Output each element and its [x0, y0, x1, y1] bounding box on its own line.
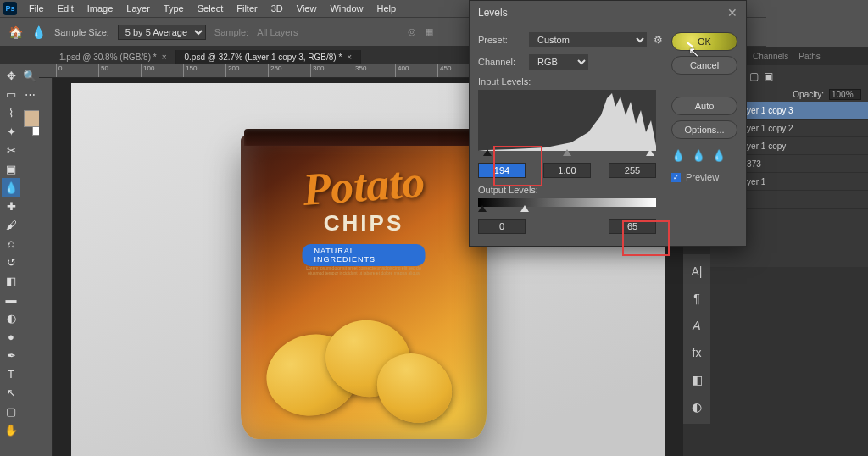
preset-label: Preset: — [478, 35, 522, 45]
menu-window[interactable]: Window — [323, 2, 370, 15]
output-gradient — [478, 198, 656, 207]
menu-image[interactable]: Image — [81, 2, 120, 15]
output-white-slider[interactable] — [520, 205, 529, 212]
preview-checkbox[interactable]: ✓ Preview — [671, 172, 737, 182]
hand-tool[interactable]: ✋ — [2, 420, 20, 439]
opacity-input[interactable] — [829, 89, 861, 100]
history-brush-tool[interactable]: ↺ — [2, 253, 20, 271]
tab-channels[interactable]: Channels — [753, 52, 788, 61]
stamp-tool[interactable]: ⎌ — [2, 234, 20, 253]
character-panel-icon[interactable]: A| — [692, 264, 703, 278]
preview-label: Preview — [686, 172, 719, 182]
menu-3d[interactable]: 3D — [264, 2, 290, 15]
more-tool[interactable]: ⋯ — [20, 85, 39, 103]
wand-tool[interactable]: ✦ — [2, 122, 20, 141]
output-black-slider[interactable] — [478, 205, 487, 212]
paragraph-panel-icon[interactable]: ¶ — [693, 292, 700, 305]
input-sliders[interactable] — [478, 151, 656, 159]
styles-panel-icon[interactable]: fx — [693, 346, 702, 359]
menu-type[interactable]: Type — [157, 2, 191, 15]
close-icon[interactable]: ✕ — [727, 6, 737, 19]
gear-icon[interactable]: ⚙ — [654, 34, 663, 46]
white-point-slider[interactable] — [646, 149, 654, 156]
eyedropper-row: 💧 💧 💧 — [671, 149, 737, 162]
bag-title-sub: CHIPS — [241, 210, 487, 236]
cancel-button[interactable]: Cancel — [671, 56, 737, 75]
marquee-tool[interactable]: ▭ — [2, 85, 20, 103]
filter-smart-icon[interactable]: ▣ — [764, 70, 773, 82]
close-tab-icon[interactable]: × — [347, 53, 352, 62]
home-icon[interactable]: 🏠 — [8, 25, 23, 39]
zoom-tool[interactable]: 🔍 — [20, 66, 39, 85]
output-white-field[interactable] — [609, 219, 656, 234]
sample-size-select[interactable]: 5 by 5 Average — [118, 25, 206, 40]
options-button[interactable]: Options... — [671, 120, 737, 139]
crop-tool[interactable]: ✂ — [2, 141, 20, 159]
glyphs-panel-icon[interactable]: A — [693, 319, 700, 332]
blur-tool[interactable]: ◐ — [2, 309, 20, 327]
dialog-title: Levels — [478, 7, 508, 19]
eyedropper-icon[interactable]: 💧 — [31, 25, 46, 39]
channel-select[interactable]: RGB — [529, 54, 588, 70]
type-tool[interactable]: T — [2, 364, 20, 383]
bag-description: Lorem ipsum dolor sit amet consectetur a… — [300, 265, 427, 275]
grid-icon[interactable]: ▦ — [425, 26, 433, 37]
filter-shape-icon[interactable]: ▢ — [749, 70, 759, 82]
input-gamma-field[interactable] — [543, 163, 591, 178]
chips-bag-mockup: Potato CHIPS NATURAL INGREDIENTS Lorem i… — [241, 134, 487, 439]
output-black-field[interactable] — [478, 219, 526, 234]
eyedropper-tool[interactable]: 💧 — [2, 178, 20, 197]
gradient-tool[interactable]: ▬ — [2, 290, 20, 309]
dodge-tool[interactable]: ● — [2, 327, 20, 346]
bag-badge: NATURAL INGREDIENTS — [303, 244, 426, 266]
menu-select[interactable]: Select — [191, 2, 231, 15]
document-tab[interactable]: 1.psd @ 30.8% (RGB/8) *× — [51, 50, 176, 64]
input-levels-label: Input Levels: — [478, 76, 663, 86]
tools-panel: ✥ ▭ ⌇ ✦ ✂ ▣ 💧 ✚ 🖌 ⎌ ↺ ◧ ▬ ◐ ● ✒ T ↖ ▢ ✋ … — [0, 64, 39, 456]
gray-eyedropper-icon[interactable]: 💧 — [692, 149, 705, 162]
collapsed-panels: A| ¶ A fx ◧ ◐ — [683, 254, 710, 424]
channel-label: Channel: — [478, 57, 522, 67]
pen-tool[interactable]: ✒ — [2, 346, 20, 364]
menu-filter[interactable]: Filter — [230, 2, 264, 15]
move-tool[interactable]: ✥ — [2, 66, 20, 85]
histogram — [478, 90, 656, 151]
dialog-titlebar[interactable]: Levels ✕ — [470, 1, 746, 25]
opacity-label: Opacity: — [793, 90, 824, 99]
midtone-slider[interactable] — [563, 149, 571, 156]
svg-marker-0 — [478, 93, 656, 151]
black-eyedropper-icon[interactable]: 💧 — [671, 149, 685, 162]
adjustments-panel-icon[interactable]: ◐ — [692, 400, 702, 414]
heal-tool[interactable]: ✚ — [2, 197, 20, 215]
menu-layer[interactable]: Layer — [120, 2, 157, 15]
document-tab[interactable]: 0.psd @ 32.7% (Layer 1 copy 3, RGB/8) *× — [176, 50, 362, 64]
white-eyedropper-icon[interactable]: 💧 — [712, 149, 726, 162]
input-black-field[interactable] — [478, 163, 526, 178]
auto-button[interactable]: Auto — [671, 97, 737, 115]
cursor-icon: ↖ — [688, 44, 699, 60]
input-white-field[interactable] — [609, 163, 656, 178]
top-right-controls — [766, 0, 868, 47]
menu-help[interactable]: Help — [370, 2, 403, 15]
ok-button[interactable]: OK — [671, 32, 737, 51]
path-tool[interactable]: ↖ — [2, 383, 20, 402]
rings-icon[interactable]: ◎ — [408, 26, 416, 37]
close-tab-icon[interactable]: × — [162, 53, 167, 62]
black-point-slider[interactable] — [483, 149, 492, 156]
tab-paths[interactable]: Paths — [798, 52, 821, 61]
frame-tool[interactable]: ▣ — [2, 159, 20, 178]
menu-file[interactable]: File — [22, 2, 51, 15]
ruler-vertical — [39, 78, 53, 456]
lasso-tool[interactable]: ⌇ — [2, 103, 20, 122]
menu-view[interactable]: View — [290, 2, 324, 15]
sample-size-label: Sample Size: — [54, 27, 109, 37]
shape-tool[interactable]: ▢ — [2, 402, 20, 420]
app-logo: Ps — [3, 2, 17, 15]
preset-select[interactable]: Custom — [529, 32, 647, 47]
menu-edit[interactable]: Edit — [51, 2, 81, 15]
output-sliders[interactable] — [478, 207, 656, 215]
eraser-tool[interactable]: ◧ — [2, 271, 20, 290]
properties-panel-icon[interactable]: ◧ — [692, 373, 703, 386]
brush-tool[interactable]: 🖌 — [2, 215, 20, 234]
sample-label: Sample: — [214, 27, 248, 37]
